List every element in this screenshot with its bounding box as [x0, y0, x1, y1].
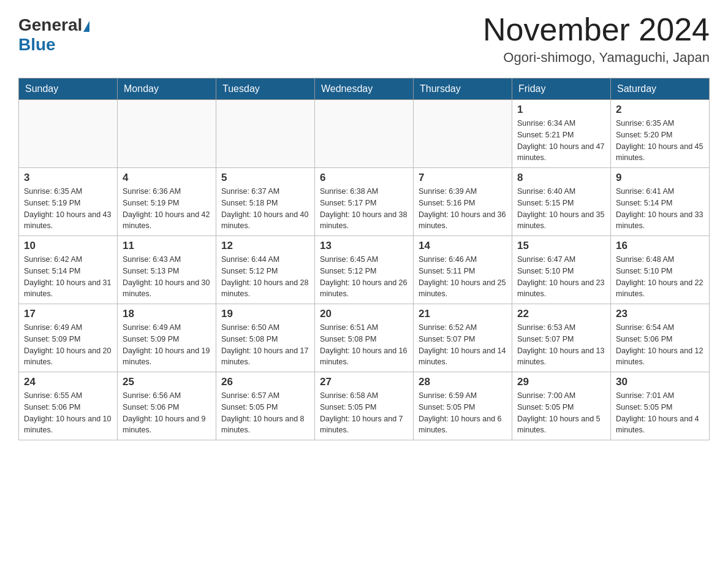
logo-blue-text: Blue [18, 35, 56, 54]
day-number: 19 [221, 308, 309, 320]
calendar-cell: 14Sunrise: 6:46 AMSunset: 5:11 PMDayligh… [414, 236, 512, 304]
calendar-cell: 27Sunrise: 6:58 AMSunset: 5:05 PMDayligh… [315, 372, 414, 440]
calendar-cell: 7Sunrise: 6:39 AMSunset: 5:16 PMDaylight… [414, 168, 512, 236]
header-friday: Friday [512, 79, 611, 100]
calendar-cell: 16Sunrise: 6:48 AMSunset: 5:10 PMDayligh… [611, 236, 710, 304]
calendar-cell: 9Sunrise: 6:41 AMSunset: 5:14 PMDaylight… [611, 168, 710, 236]
day-info: Sunrise: 6:34 AMSunset: 5:21 PMDaylight:… [517, 118, 605, 164]
header-tuesday: Tuesday [216, 79, 315, 100]
day-number: 23 [616, 308, 704, 320]
day-info: Sunrise: 6:48 AMSunset: 5:10 PMDaylight:… [616, 254, 704, 300]
day-info: Sunrise: 6:52 AMSunset: 5:07 PMDaylight:… [419, 322, 507, 368]
day-info: Sunrise: 6:49 AMSunset: 5:09 PMDaylight:… [24, 322, 112, 368]
day-number: 20 [320, 308, 408, 320]
day-info: Sunrise: 6:36 AMSunset: 5:19 PMDaylight:… [123, 186, 211, 232]
calendar-cell: 23Sunrise: 6:54 AMSunset: 5:06 PMDayligh… [611, 304, 710, 372]
day-info: Sunrise: 6:39 AMSunset: 5:16 PMDaylight:… [419, 186, 507, 232]
calendar-cell: 13Sunrise: 6:45 AMSunset: 5:12 PMDayligh… [315, 236, 414, 304]
day-info: Sunrise: 6:58 AMSunset: 5:05 PMDaylight:… [320, 390, 408, 436]
day-number: 11 [123, 240, 211, 252]
day-info: Sunrise: 6:44 AMSunset: 5:12 PMDaylight:… [221, 254, 309, 300]
week-row-4: 17Sunrise: 6:49 AMSunset: 5:09 PMDayligh… [19, 304, 710, 372]
day-info: Sunrise: 6:45 AMSunset: 5:12 PMDaylight:… [320, 254, 408, 300]
header-thursday: Thursday [414, 79, 512, 100]
day-info: Sunrise: 6:40 AMSunset: 5:15 PMDaylight:… [517, 186, 605, 232]
calendar-cell: 8Sunrise: 6:40 AMSunset: 5:15 PMDaylight… [512, 168, 611, 236]
calendar-cell: 19Sunrise: 6:50 AMSunset: 5:08 PMDayligh… [216, 304, 315, 372]
calendar-cell: 21Sunrise: 6:52 AMSunset: 5:07 PMDayligh… [414, 304, 512, 372]
day-info: Sunrise: 7:00 AMSunset: 5:05 PMDaylight:… [517, 390, 605, 436]
calendar-cell: 18Sunrise: 6:49 AMSunset: 5:09 PMDayligh… [118, 304, 216, 372]
day-info: Sunrise: 6:41 AMSunset: 5:14 PMDaylight:… [616, 186, 704, 232]
calendar-cell [414, 100, 512, 168]
day-number: 6 [320, 172, 408, 184]
calendar-cell: 11Sunrise: 6:43 AMSunset: 5:13 PMDayligh… [118, 236, 216, 304]
day-number: 8 [517, 172, 605, 184]
calendar-cell: 3Sunrise: 6:35 AMSunset: 5:19 PMDaylight… [19, 168, 118, 236]
day-info: Sunrise: 7:01 AMSunset: 5:05 PMDaylight:… [616, 390, 704, 436]
day-number: 28 [419, 376, 507, 388]
calendar-cell [315, 100, 414, 168]
day-info: Sunrise: 6:38 AMSunset: 5:17 PMDaylight:… [320, 186, 408, 232]
day-number: 12 [221, 240, 309, 252]
calendar-cell: 25Sunrise: 6:56 AMSunset: 5:06 PMDayligh… [118, 372, 216, 440]
calendar-cell: 28Sunrise: 6:59 AMSunset: 5:05 PMDayligh… [414, 372, 512, 440]
day-info: Sunrise: 6:53 AMSunset: 5:07 PMDaylight:… [517, 322, 605, 368]
month-title: November 2024 [483, 12, 710, 47]
day-info: Sunrise: 6:51 AMSunset: 5:08 PMDaylight:… [320, 322, 408, 368]
day-info: Sunrise: 6:46 AMSunset: 5:11 PMDaylight:… [419, 254, 507, 300]
day-number: 26 [221, 376, 309, 388]
week-row-1: 1Sunrise: 6:34 AMSunset: 5:21 PMDaylight… [19, 100, 710, 168]
day-number: 27 [320, 376, 408, 388]
day-number: 14 [419, 240, 507, 252]
day-info: Sunrise: 6:37 AMSunset: 5:18 PMDaylight:… [221, 186, 309, 232]
day-number: 10 [24, 240, 112, 252]
logo: General Blue [18, 12, 91, 55]
calendar-cell: 15Sunrise: 6:47 AMSunset: 5:10 PMDayligh… [512, 236, 611, 304]
logo-triangle-icon [83, 21, 89, 32]
day-info: Sunrise: 6:55 AMSunset: 5:06 PMDaylight:… [24, 390, 112, 436]
day-number: 24 [24, 376, 112, 388]
calendar-cell: 20Sunrise: 6:51 AMSunset: 5:08 PMDayligh… [315, 304, 414, 372]
day-number: 15 [517, 240, 605, 252]
header-sunday: Sunday [19, 79, 118, 100]
day-number: 9 [616, 172, 704, 184]
header-wednesday: Wednesday [315, 79, 414, 100]
header-monday: Monday [118, 79, 216, 100]
calendar-cell: 1Sunrise: 6:34 AMSunset: 5:21 PMDaylight… [512, 100, 611, 168]
calendar-table: Sunday Monday Tuesday Wednesday Thursday… [18, 78, 710, 440]
day-number: 21 [419, 308, 507, 320]
day-info: Sunrise: 6:57 AMSunset: 5:05 PMDaylight:… [221, 390, 309, 436]
calendar-cell: 26Sunrise: 6:57 AMSunset: 5:05 PMDayligh… [216, 372, 315, 440]
location-text: Ogori-shimogo, Yamaguchi, Japan [483, 50, 710, 66]
calendar-cell [19, 100, 118, 168]
day-number: 29 [517, 376, 605, 388]
calendar-cell: 10Sunrise: 6:42 AMSunset: 5:14 PMDayligh… [19, 236, 118, 304]
title-section: November 2024 Ogori-shimogo, Yamaguchi, … [483, 12, 710, 66]
day-number: 7 [419, 172, 507, 184]
calendar-cell: 17Sunrise: 6:49 AMSunset: 5:09 PMDayligh… [19, 304, 118, 372]
header-saturday: Saturday [611, 79, 710, 100]
calendar-cell: 6Sunrise: 6:38 AMSunset: 5:17 PMDaylight… [315, 168, 414, 236]
day-number: 5 [221, 172, 309, 184]
page-header: General Blue November 2024 Ogori-shimogo… [18, 12, 710, 66]
week-row-3: 10Sunrise: 6:42 AMSunset: 5:14 PMDayligh… [19, 236, 710, 304]
day-number: 1 [517, 104, 605, 116]
logo-general-text: General [18, 15, 82, 35]
day-info: Sunrise: 6:59 AMSunset: 5:05 PMDaylight:… [419, 390, 507, 436]
day-number: 16 [616, 240, 704, 252]
week-row-2: 3Sunrise: 6:35 AMSunset: 5:19 PMDaylight… [19, 168, 710, 236]
day-number: 3 [24, 172, 112, 184]
day-number: 30 [616, 376, 704, 388]
calendar-cell [216, 100, 315, 168]
day-info: Sunrise: 6:50 AMSunset: 5:08 PMDaylight:… [221, 322, 309, 368]
day-number: 25 [123, 376, 211, 388]
calendar-cell: 22Sunrise: 6:53 AMSunset: 5:07 PMDayligh… [512, 304, 611, 372]
calendar-cell: 30Sunrise: 7:01 AMSunset: 5:05 PMDayligh… [611, 372, 710, 440]
day-info: Sunrise: 6:35 AMSunset: 5:20 PMDaylight:… [616, 118, 704, 164]
day-number: 22 [517, 308, 605, 320]
day-info: Sunrise: 6:47 AMSunset: 5:10 PMDaylight:… [517, 254, 605, 300]
day-info: Sunrise: 6:43 AMSunset: 5:13 PMDaylight:… [123, 254, 211, 300]
calendar-cell [118, 100, 216, 168]
week-row-5: 24Sunrise: 6:55 AMSunset: 5:06 PMDayligh… [19, 372, 710, 440]
